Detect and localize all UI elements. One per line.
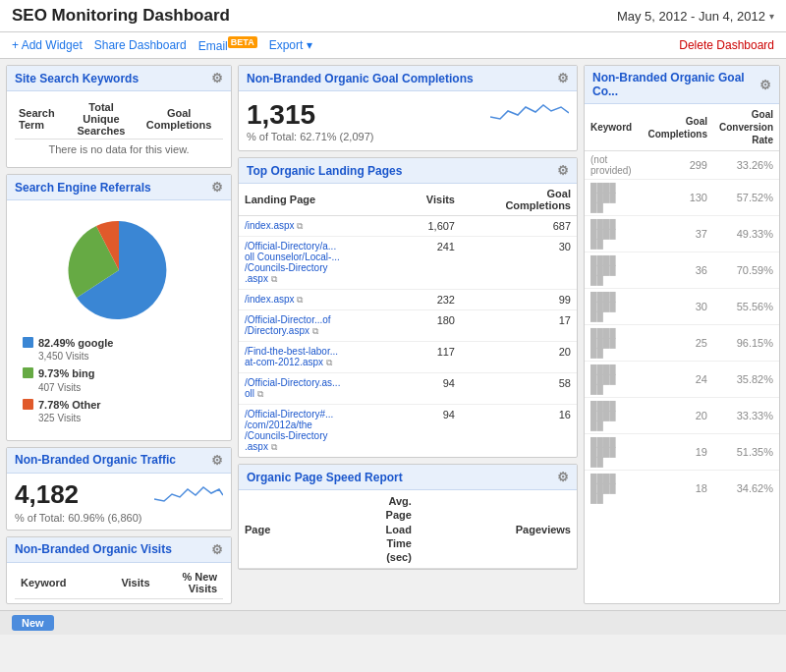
rgt-rate: 96.15% xyxy=(713,325,779,362)
page-speed-header: Organic Page Speed Report ⚙ xyxy=(239,465,577,490)
toolbar: + Add Widget Share Dashboard EmailBETA E… xyxy=(0,32,786,59)
export-button[interactable]: Export ▾ xyxy=(269,38,312,52)
main-content: Site Search Keywords ⚙ SearchTerm TotalU… xyxy=(0,59,786,610)
non-branded-visits-widget: Non-Branded Organic Visits ⚙ Keyword Vis… xyxy=(6,536,232,604)
table-row: /Official-Directory/a... oll Counselor/L… xyxy=(239,237,577,290)
right-goal-completions-body: Keyword GoalCompletions GoalConversionRa… xyxy=(585,104,779,506)
rgt-col-completions: GoalCompletions xyxy=(642,104,713,151)
rgt-completions: 36 xyxy=(642,252,713,289)
date-dropdown-arrow[interactable]: ▾ xyxy=(769,11,774,22)
goal-completions-gear-icon[interactable]: ⚙ xyxy=(557,71,569,85)
rgt-rate: 57.52% xyxy=(713,180,779,216)
site-search-keywords-body: SearchTerm TotalUniqueSearches GoalCompl… xyxy=(7,91,231,167)
non-branded-traffic-sub: % of Total: 60.96% (6,860) xyxy=(15,512,141,524)
top-landing-pages-gear-icon[interactable]: ⚙ xyxy=(557,163,569,178)
lp-page[interactable]: /index.aspx ⧉ xyxy=(239,216,400,237)
lp-page[interactable]: /Official-Directory#... /com/2012a/the /… xyxy=(239,405,400,458)
rgt-keyword: ██████████ xyxy=(585,180,642,216)
rgt-rate: 35.82% xyxy=(713,362,779,398)
lp-col-page: Landing Page xyxy=(239,184,400,216)
legend-bing-dot xyxy=(23,367,33,378)
rgt-keyword: ██████████ xyxy=(585,325,642,362)
table-row: ██████████ 25 96.15% xyxy=(585,325,779,362)
rgt-col-keyword: Keyword xyxy=(585,104,642,151)
non-branded-traffic-sparkline xyxy=(154,479,223,509)
lp-visits: 94 xyxy=(400,373,461,405)
non-branded-traffic-gear-icon[interactable]: ⚙ xyxy=(211,453,223,468)
rgt-completions: 130 xyxy=(642,180,713,216)
lp-page[interactable]: /Official-Directory.as... oll ⧉ xyxy=(239,373,400,405)
table-row: ██████████ 130 57.52% xyxy=(585,180,779,216)
search-engine-referrals-header: Search Engine Referrals ⚙ xyxy=(7,175,231,200)
goal-completions-body: 1,315 % of Total: 62.71% (2,097) xyxy=(239,91,577,150)
table-row: /Official-Directory#... /com/2012a/the /… xyxy=(239,405,577,458)
table-row: ██████████ 24 35.82% xyxy=(585,362,779,398)
legend-other-sub: 325 Visits xyxy=(38,412,101,424)
table-row: /index.aspx ⧉ 1,607 687 xyxy=(239,216,577,237)
middle-column: Non-Branded Organic Goal Completions ⚙ 1… xyxy=(238,65,578,604)
legend-bing-sub: 407 Visits xyxy=(38,381,94,394)
legend-bing: 9.73% bing 407 Visits xyxy=(23,366,215,393)
new-button[interactable]: New xyxy=(12,615,54,631)
non-branded-traffic-header: Non-Branded Organic Traffic ⚙ xyxy=(7,448,231,474)
table-row: /index.aspx ⧉ 232 99 xyxy=(239,290,577,310)
share-dashboard-button[interactable]: Share Dashboard xyxy=(94,38,187,52)
site-search-keywords-table: SearchTerm TotalUniqueSearches GoalCompl… xyxy=(15,99,223,159)
toolbar-right: Delete Dashboard xyxy=(679,38,774,52)
header: SEO Monitoring Dashboard May 5, 2012 - J… xyxy=(0,0,786,32)
top-landing-pages-widget: Top Organic Landing Pages ⚙ Landing Page… xyxy=(238,157,578,458)
rgt-keyword: ██████████ xyxy=(585,362,642,398)
rgt-completions: 19 xyxy=(642,434,713,471)
email-button[interactable]: EmailBETA xyxy=(198,37,257,53)
non-branded-visits-gear-icon[interactable]: ⚙ xyxy=(211,542,223,557)
ps-col-load: Avg.PageLoadTime(sec) xyxy=(328,490,418,569)
rgt-rate: 34.62% xyxy=(713,471,779,507)
ps-col-page: Page xyxy=(239,490,328,569)
lp-page[interactable]: /Official-Director...of /Directory.aspx … xyxy=(239,310,400,342)
non-branded-visits-header: Non-Branded Organic Visits ⚙ xyxy=(7,537,231,563)
lp-page[interactable]: /index.aspx ⧉ xyxy=(239,290,400,310)
left-column: Site Search Keywords ⚙ SearchTerm TotalU… xyxy=(6,65,232,604)
search-engine-referrals-gear-icon[interactable]: ⚙ xyxy=(211,180,223,195)
lp-page[interactable]: /Find-the-best-labor... at-com-2012.aspx… xyxy=(239,342,400,373)
rgt-rate: 55.56% xyxy=(713,289,779,325)
table-row: /Official-Directory.as... oll ⧉ 94 58 xyxy=(239,373,577,405)
lp-goals: 16 xyxy=(461,405,577,458)
page-speed-widget: Organic Page Speed Report ⚙ Page Avg.Pag… xyxy=(238,464,578,570)
footer: New xyxy=(0,610,786,635)
beta-badge: BETA xyxy=(228,36,257,48)
site-search-keywords-header: Site Search Keywords ⚙ xyxy=(7,66,231,91)
pie-legend: 82.49% google 3,450 Visits 9.73% bing 40… xyxy=(15,332,223,432)
rgt-keyword: ██████████ xyxy=(585,216,642,252)
table-row: ██████████ 20 33.33% xyxy=(585,398,779,434)
goal-completions-header: Non-Branded Organic Goal Completions ⚙ xyxy=(239,66,577,91)
site-search-keywords-gear-icon[interactable]: ⚙ xyxy=(211,71,223,85)
lp-visits: 241 xyxy=(400,237,461,290)
rgt-keyword: ██████████ xyxy=(585,471,642,507)
legend-other-dot xyxy=(23,399,33,410)
table-row: ██████████ 18 34.62% xyxy=(585,471,779,507)
legend-google-label: 82.49% google xyxy=(38,336,113,350)
rgt-keyword: ██████████ xyxy=(585,398,642,434)
goal-completions-sparkline xyxy=(490,99,569,129)
rgt-keyword: ██████████ xyxy=(585,434,642,471)
non-branded-traffic-widget: Non-Branded Organic Traffic ⚙ 4,182 % of… xyxy=(6,447,232,531)
rgt-keyword: (not provided) xyxy=(585,151,642,180)
visits-col-keyword: Keyword xyxy=(15,567,97,599)
lp-visits: 232 xyxy=(400,290,461,310)
top-landing-pages-table: Landing Page Visits GoalCompletions /ind… xyxy=(239,184,577,457)
delete-dashboard-button[interactable]: Delete Dashboard xyxy=(679,38,774,52)
page-speed-gear-icon[interactable]: ⚙ xyxy=(557,470,569,484)
goal-completions-widget: Non-Branded Organic Goal Completions ⚙ 1… xyxy=(238,65,578,151)
right-goal-completions-gear-icon[interactable]: ⚙ xyxy=(759,78,771,92)
rgt-rate: 33.26% xyxy=(713,151,779,180)
add-widget-button[interactable]: + Add Widget xyxy=(12,38,83,52)
lp-page[interactable]: /Official-Directory/a... oll Counselor/L… xyxy=(239,237,400,290)
table-row: ██████████ 37 49.33% xyxy=(585,216,779,252)
search-engine-referrals-widget: Search Engine Referrals ⚙ xyxy=(6,174,232,441)
lp-goals: 99 xyxy=(461,290,577,310)
page-speed-body: Page Avg.PageLoadTime(sec) Pageviews xyxy=(239,490,577,569)
right-column: Non-Branded Organic Goal Co... ⚙ Keyword… xyxy=(584,65,780,604)
lp-visits: 180 xyxy=(400,310,461,342)
right-goal-completions-widget: Non-Branded Organic Goal Co... ⚙ Keyword… xyxy=(584,65,780,604)
